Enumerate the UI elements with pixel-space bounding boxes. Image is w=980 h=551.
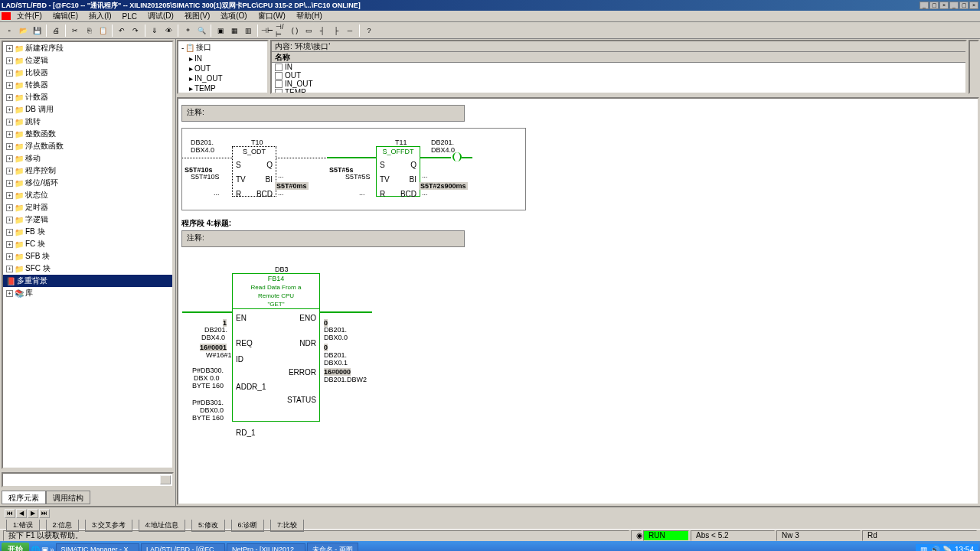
tab-call-structure[interactable]: 调用结构: [46, 491, 90, 504]
tree-item-new-network[interactable]: 新建程序段: [25, 43, 64, 54]
menu-edit[interactable]: 编辑(E): [48, 11, 83, 21]
interface-tree[interactable]: -📋接口 ▸IN ▸OUT ▸IN_OUT ▸TEMP ▸RETURN: [177, 40, 269, 94]
taskbar-item[interactable]: 未命名 - 画图: [307, 543, 358, 552]
connect-icon[interactable]: ─: [344, 24, 356, 37]
interface-temp[interactable]: TEMP: [194, 84, 216, 93]
timer-t11-block[interactable]: S_OFFDT SQTVBIRBCD: [376, 146, 420, 197]
tree-item-compare[interactable]: 比较器: [25, 67, 48, 78]
left-panel: +📁新建程序段 +📁位逻辑 +📁比较器 +📁转换器 +📁计数器 +📁DB 调用 …: [0, 39, 176, 506]
box-icon[interactable]: ▭: [302, 24, 315, 37]
interface-out[interactable]: OUT: [194, 64, 211, 73]
coil-icon[interactable]: ( ): [289, 24, 301, 37]
tree-item-fb[interactable]: FB 块: [25, 227, 45, 237]
grid-row: OUT: [272, 71, 965, 80]
instruction-tree[interactable]: +📁新建程序段 +📁位逻辑 +📁比较器 +📁转换器 +📁计数器 +📁DB 调用 …: [2, 41, 174, 469]
quick-launch-ie-icon[interactable]: 🌐: [31, 546, 40, 552]
tray-icon[interactable]: ▥: [920, 546, 927, 552]
fb14-get-block[interactable]: FB14 Read Data From a Remote CPU "GET" E…: [232, 273, 320, 422]
interface-root[interactable]: 接口: [196, 42, 211, 53]
tree-item-move[interactable]: 移动: [25, 153, 41, 164]
menu-view[interactable]: 视图(V): [180, 11, 214, 21]
interface-inout[interactable]: IN_OUT: [194, 74, 223, 83]
branch-close-icon[interactable]: ├: [330, 24, 342, 37]
tab-prev-icon[interactable]: ◀: [16, 509, 27, 518]
tab-program-elements[interactable]: 程序元素: [2, 491, 46, 504]
chevron-down-icon[interactable]: [160, 475, 171, 484]
minus-icon[interactable]: -: [181, 44, 184, 52]
tool1-icon[interactable]: ▣: [214, 24, 227, 37]
new-icon[interactable]: ▫: [3, 24, 15, 37]
maximize-icon[interactable]: ▢: [929, 2, 939, 9]
tree-item-lib[interactable]: 库: [25, 288, 33, 298]
tab-next-icon[interactable]: ▶: [28, 509, 38, 518]
system-tray[interactable]: ▥ 🔊 📡 13:54: [916, 544, 978, 552]
interface-in[interactable]: IN: [194, 54, 202, 63]
left-tab-strip: 程序元素 调用结构: [2, 491, 174, 504]
grid-row: IN_OUT: [272, 80, 965, 88]
menu-help[interactable]: 帮助(H): [292, 11, 327, 21]
scrollbar[interactable]: [969, 40, 979, 94]
goto-icon[interactable]: ⌖: [181, 24, 194, 37]
tab-first-icon[interactable]: ⏮: [5, 509, 15, 518]
menu-options[interactable]: 选项(O): [216, 11, 251, 21]
tree-item-shift[interactable]: 移位/循环: [25, 178, 58, 188]
download-icon[interactable]: ⇓: [149, 24, 161, 37]
monitor-icon[interactable]: 👁: [162, 24, 175, 37]
inner-minimize-icon[interactable]: _: [949, 2, 959, 9]
tree-item-convert[interactable]: 转换器: [25, 80, 48, 90]
quick-launch-icon[interactable]: »: [50, 546, 54, 552]
copy-icon[interactable]: ⎘: [83, 24, 95, 37]
tree-item-counter[interactable]: 计数器: [25, 92, 48, 103]
menu-plc[interactable]: PLC: [118, 12, 142, 21]
find-icon[interactable]: 🔍: [195, 24, 207, 37]
print-icon[interactable]: 🖨: [50, 24, 62, 37]
tree-item-multi[interactable]: 多重背景: [17, 276, 47, 286]
save-icon[interactable]: 💾: [31, 24, 43, 37]
tree-item-prog-ctrl[interactable]: 程序控制: [25, 165, 56, 176]
branch-open-icon[interactable]: ┤: [316, 24, 328, 37]
timer-t10-block[interactable]: S_ODT SQTVBIRBCD: [232, 146, 276, 197]
menu-insert[interactable]: 插入(I): [84, 11, 116, 21]
tree-item-db-call[interactable]: DB 调用: [25, 104, 54, 115]
window-controls: _ ▢ × _ ▢ ×: [920, 2, 978, 9]
tree-item-sfc[interactable]: SFC 块: [25, 263, 51, 274]
cut-icon[interactable]: ✂: [69, 24, 81, 37]
tool3-icon[interactable]: ▥: [242, 24, 254, 37]
menu-file[interactable]: 文件(F): [12, 11, 47, 21]
inner-maximize-icon[interactable]: ▢: [959, 2, 969, 9]
tab-last-icon[interactable]: ⏭: [39, 509, 50, 518]
nc-open-icon[interactable]: ⊣⊢: [261, 24, 273, 37]
tree-item-int-func[interactable]: 整数函数: [25, 129, 56, 139]
tool2-icon[interactable]: ▦: [228, 24, 240, 37]
close-icon[interactable]: ×: [939, 2, 949, 9]
menu-debug[interactable]: 调试(D): [143, 11, 178, 21]
paste-icon[interactable]: 📋: [96, 24, 109, 37]
network4-comment[interactable]: 注释:: [181, 230, 465, 247]
help-icon[interactable]: ?: [363, 24, 375, 37]
tree-item-timer[interactable]: 定时器: [25, 202, 48, 213]
taskbar-item[interactable]: SIMATIC Manager - X...: [56, 543, 139, 551]
open-icon[interactable]: 📂: [17, 24, 29, 37]
tree-item-sfb[interactable]: SFB 块: [25, 251, 50, 262]
sub-select[interactable]: [2, 472, 174, 487]
taskbar-item[interactable]: LAD/STL/FBD - [@FC...: [141, 543, 225, 551]
tray-icon[interactable]: 🔊: [930, 546, 939, 552]
tree-item-word-logic[interactable]: 字逻辑: [25, 214, 48, 225]
tray-icon[interactable]: 📡: [942, 546, 952, 552]
tree-item-fc[interactable]: FC 块: [25, 239, 45, 249]
network3-comment[interactable]: 注释:: [181, 105, 465, 122]
inner-close-icon[interactable]: ×: [969, 2, 978, 9]
undo-icon[interactable]: ↶: [116, 24, 128, 37]
nc-closed-icon[interactable]: ⊣/⊢: [275, 24, 287, 37]
start-button[interactable]: 开始: [2, 543, 29, 551]
taskbar-item[interactable]: NetPro - [XILIN2012...: [227, 543, 305, 551]
redo-icon[interactable]: ↷: [129, 24, 142, 37]
tree-item-float-func[interactable]: 浮点数函数: [25, 141, 64, 152]
tree-item-status-bit[interactable]: 状态位: [25, 190, 48, 201]
minimize-icon[interactable]: _: [920, 2, 929, 9]
quick-launch-icon[interactable]: ▣: [41, 546, 48, 552]
tree-item-jump[interactable]: 跳转: [25, 116, 41, 127]
menu-window[interactable]: 窗口(W): [253, 11, 290, 21]
tree-item-bit-logic[interactable]: 位逻辑: [25, 55, 48, 66]
ladder-canvas[interactable]: 注释: T10 S_ODT SQTVBIRBCD DB201. DBX4.0 S…: [177, 97, 979, 505]
